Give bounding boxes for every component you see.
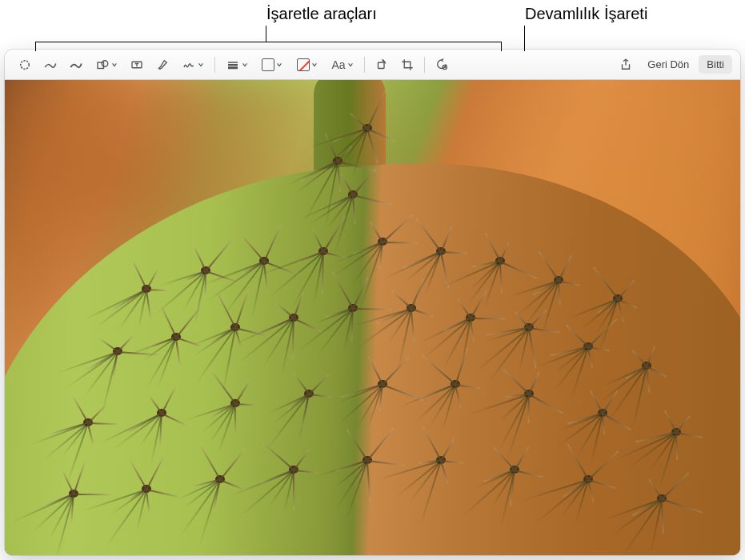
spine-cluster [519,384,539,403]
spine-cluster [608,289,627,308]
spine-cluster [667,422,686,442]
text-tool-button[interactable] [125,54,149,75]
text-icon [130,58,144,72]
sign-tool-button[interactable] [176,54,210,75]
markup-toolbar: Aa [5,50,740,80]
revert-button[interactable]: Geri Dön [639,55,697,74]
share-button[interactable] [614,54,638,75]
spine-cluster [373,232,392,251]
spine-cluster [431,450,451,470]
image-canvas[interactable] [5,80,740,555]
sign-icon [182,58,196,72]
spine-cluster [593,403,612,422]
spine-cluster [519,318,539,337]
spine-cluster [64,484,83,503]
spine-cluster [637,356,656,375]
spine-cluster [549,270,568,290]
spine-cluster [505,460,524,479]
spine-cluster [343,298,362,318]
spine-cluster [652,489,671,508]
chevron-down-icon [276,62,282,68]
spine-cluster [166,327,186,346]
markup-tools-callout-label: İşaretle araçları [266,5,377,23]
text-style-label: Aa [331,58,345,71]
rotate-button[interactable] [370,54,394,75]
spine-cluster [284,460,303,479]
spine-cluster [137,479,156,498]
callout-line [35,42,266,42]
spine-cluster [108,342,127,361]
spine-cluster [78,413,98,432]
callout-line [524,26,525,51]
selection-icon [18,58,32,72]
fill-color-swatch [297,58,310,71]
rotate-icon [375,58,389,72]
spine-cluster [254,251,274,270]
spine-cluster [358,450,377,470]
spine-cluster [579,470,598,489]
chevron-down-icon [198,62,204,68]
shapes-tool-button[interactable] [90,54,123,75]
spine-cluster [446,374,465,394]
continuity-callout-label: Devamlılık İşareti [525,5,647,23]
spine-cluster [196,261,215,280]
callout-line [35,42,36,51]
chevron-down-icon [347,62,354,68]
text-style-button[interactable]: Aa [326,54,359,75]
continuity-markup-icon [435,58,449,72]
crop-icon [400,58,415,72]
callout-line [266,42,502,42]
draw-tool-button[interactable] [64,54,88,75]
shapes-icon [95,58,110,72]
toolbar-separator [424,57,425,73]
border-color-button[interactable] [255,54,289,75]
crop-button[interactable] [395,54,419,75]
toolbar-separator [364,57,365,73]
spine-cluster [152,403,171,422]
svg-point-0 [21,60,30,69]
spine-cluster [431,242,451,261]
spine-cluster [314,242,333,261]
callout-line [266,26,266,42]
done-button[interactable]: Bitti [699,55,732,74]
border-color-swatch [262,58,274,71]
cactus-image [5,80,740,555]
chevron-down-icon [111,62,118,68]
toolbar-separator [214,57,215,73]
spine-cluster [284,308,303,327]
callout-line [501,42,502,51]
shape-style-button[interactable] [220,54,254,75]
share-icon [619,58,633,72]
spine-cluster [226,318,245,337]
sketch-tool-button[interactable] [38,54,62,75]
svg-rect-7 [379,62,385,69]
selection-tool-button[interactable] [13,54,37,75]
markup-window: Aa [5,50,740,555]
spine-cluster [137,279,156,298]
spine-cluster [461,308,480,327]
spine-cluster [491,251,510,270]
svg-point-2 [102,60,108,66]
chevron-down-icon [242,62,248,68]
highlight-tool-button[interactable] [150,54,174,75]
continuity-markup-button[interactable] [430,54,454,75]
spine-cluster [210,470,230,489]
annotation-callouts: İşaretle araçları Devamlılık İşareti [0,0,745,46]
draw-icon [69,58,83,72]
chevron-down-icon [311,62,318,68]
spine-cluster [226,394,245,413]
sketch-icon [43,58,58,72]
shape-style-icon [226,58,240,72]
spine-cluster [373,374,392,394]
spine-cluster [358,118,377,138]
spine-cluster [343,185,362,204]
spine-cluster [299,384,318,403]
highlight-icon [155,58,170,72]
spine-cluster [402,298,421,318]
fill-color-button[interactable] [290,54,324,75]
spine-cluster [579,337,598,356]
